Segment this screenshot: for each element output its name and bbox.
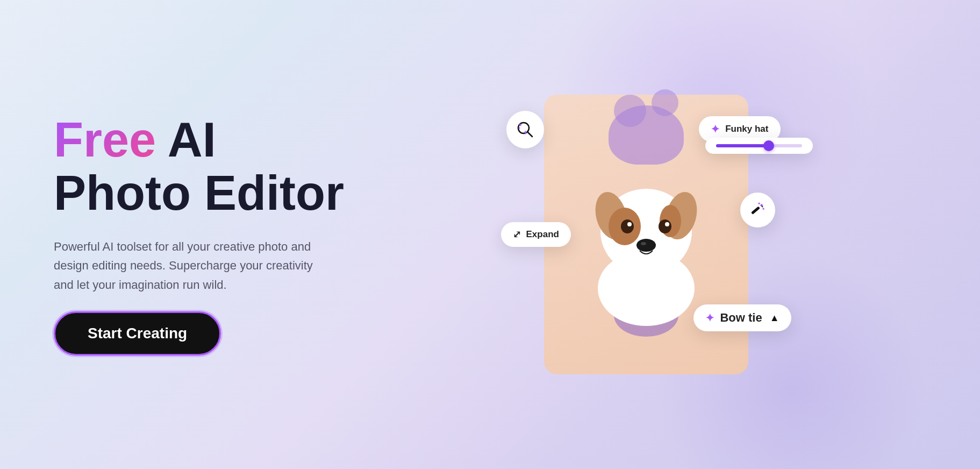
headline-ai: AI <box>156 113 216 167</box>
svg-point-10 <box>636 239 656 252</box>
svg-point-8 <box>627 222 632 226</box>
svg-point-6 <box>621 219 634 233</box>
svg-text:✦: ✦ <box>762 207 765 211</box>
search-chip: ✦ <box>506 111 544 148</box>
headline-line2: Photo Editor <box>54 167 355 220</box>
sparkle-icon: ✦ <box>711 123 720 136</box>
right-content: ✦ ✦ Funky hat ⤢ Expand <box>355 0 937 469</box>
sparkle-icon-2: ✦ <box>705 311 714 324</box>
search-icon: ✦ <box>516 120 534 139</box>
page-container: Free AI Photo Editor Powerful AI toolset… <box>0 0 980 469</box>
funky-hat-label: Funky hat <box>725 124 768 134</box>
expand-chip: ⤢ Expand <box>501 222 571 247</box>
svg-line-13 <box>527 132 532 137</box>
magic-wand-chip: ✦ ✦ ✦ <box>740 193 775 228</box>
magic-wand-icon: ✦ ✦ ✦ <box>749 202 766 219</box>
bow-tie-label: Bow tie <box>720 311 762 325</box>
svg-point-7 <box>659 219 671 233</box>
expand-icon: ⤢ <box>513 229 521 240</box>
svg-point-16 <box>518 127 520 129</box>
slider-thumb[interactable] <box>763 140 774 151</box>
bow-tie-chip: ✦ Bow tie ▲ <box>693 304 791 331</box>
headline-free: Free <box>54 113 156 167</box>
slider-chip <box>705 138 813 154</box>
image-card: ✦ ✦ Funky hat ⤢ Expand <box>544 95 748 374</box>
svg-point-15 <box>519 124 521 126</box>
svg-point-11 <box>641 242 646 245</box>
slider-fill <box>716 144 768 147</box>
svg-point-9 <box>665 222 669 226</box>
expand-label: Expand <box>526 229 559 240</box>
left-content: Free AI Photo Editor Powerful AI toolset… <box>54 113 355 356</box>
svg-text:✦: ✦ <box>757 202 761 205</box>
svg-rect-17 <box>751 206 760 214</box>
headline: Free AI Photo Editor <box>54 113 355 220</box>
slider-track[interactable] <box>716 144 802 147</box>
start-creating-button[interactable]: Start Creating <box>54 311 221 356</box>
description: Powerful AI toolset for all your creativ… <box>54 237 333 294</box>
cursor-icon: ▲ <box>770 312 779 324</box>
svg-text:✦: ✦ <box>523 130 528 136</box>
dog-illustration <box>571 132 721 337</box>
